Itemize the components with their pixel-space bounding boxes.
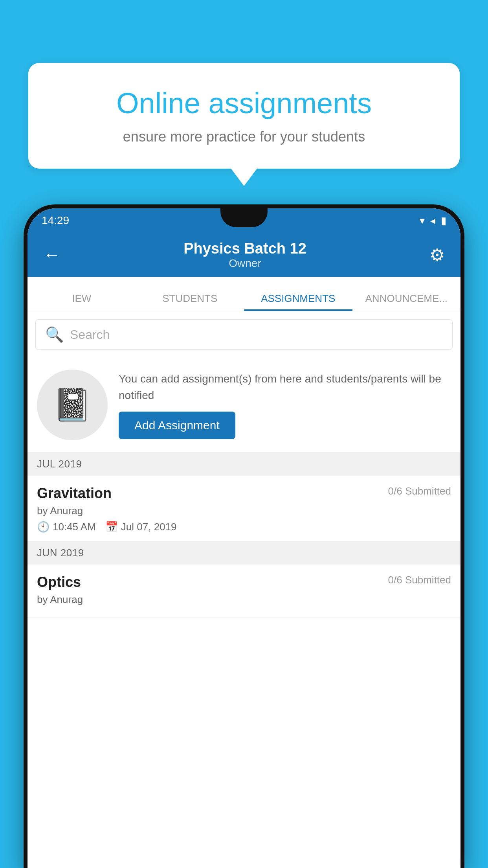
section-header-jul: JUL 2019 [28, 452, 460, 476]
phone-inner: 14:29 ▾ ◂ ▮ ← Physics Batch 12 Owner ⚙ I… [28, 208, 460, 868]
app-bar: ← Physics Batch 12 Owner ⚙ [28, 233, 460, 277]
status-time: 14:29 [42, 214, 69, 227]
section-header-jun: JUN 2019 [28, 541, 460, 565]
assignment-header-row-optics: Optics 0/6 Submitted [37, 574, 451, 590]
assignment-date: Jul 07, 2019 [121, 521, 177, 533]
meta-date: 📅 Jul 07, 2019 [105, 521, 177, 533]
tab-iew[interactable]: IEW [28, 292, 136, 311]
assignment-name-optics: Optics [37, 574, 81, 590]
empty-description: You can add assignment(s) from here and … [119, 371, 449, 404]
assignment-time: 10:45 AM [53, 521, 96, 533]
add-assignment-button[interactable]: Add Assignment [119, 412, 235, 439]
app-bar-title-group: Physics Batch 12 Owner [64, 240, 426, 270]
settings-icon[interactable]: ⚙ [426, 241, 449, 269]
tab-students[interactable]: STUDENTS [136, 292, 244, 311]
bubble-subtitle: ensure more practice for your students [56, 129, 432, 145]
signal-icon: ◂ [430, 215, 435, 227]
back-button[interactable]: ← [39, 241, 64, 268]
bubble-card: Online assignments ensure more practice … [28, 63, 460, 169]
empty-text-group: You can add assignment(s) from here and … [119, 371, 449, 439]
assignment-by: by Anurag [37, 505, 451, 517]
bubble-title: Online assignments [56, 86, 432, 120]
promo-bubble: Online assignments ensure more practice … [28, 63, 460, 169]
search-bar-container: 🔍 Search [28, 311, 460, 358]
app-bar-subtitle: Owner [64, 257, 426, 270]
screen-content: 🔍 Search 📓 You can add assignment(s) fro… [28, 311, 460, 868]
tab-bar: IEW STUDENTS ASSIGNMENTS ANNOUNCEME... [28, 277, 460, 311]
search-bar[interactable]: 🔍 Search [35, 319, 453, 350]
wifi-icon: ▾ [420, 215, 425, 227]
list-item[interactable]: Optics 0/6 Submitted by Anurag [28, 565, 460, 618]
search-placeholder: Search [70, 327, 110, 342]
app-bar-title: Physics Batch 12 [64, 240, 426, 257]
assignment-name: Gravitation [37, 485, 112, 502]
clock-icon: 🕙 [37, 521, 50, 533]
list-item[interactable]: Gravitation 0/6 Submitted by Anurag 🕙 10… [28, 476, 460, 541]
notebook-icon: 📓 [53, 386, 92, 423]
assignment-by-optics: by Anurag [37, 594, 451, 606]
assignment-submitted: 0/6 Submitted [388, 485, 451, 497]
tab-assignments[interactable]: ASSIGNMENTS [244, 292, 352, 311]
notch [220, 208, 268, 227]
assignment-header-row: Gravitation 0/6 Submitted [37, 485, 451, 502]
empty-icon-circle: 📓 [37, 370, 108, 440]
assignment-meta: 🕙 10:45 AM 📅 Jul 07, 2019 [37, 521, 451, 533]
phone-frame: 14:29 ▾ ◂ ▮ ← Physics Batch 12 Owner ⚙ I… [24, 204, 464, 868]
search-icon: 🔍 [45, 326, 64, 343]
tab-announcements[interactable]: ANNOUNCEME... [352, 292, 461, 311]
status-icons: ▾ ◂ ▮ [420, 215, 446, 227]
assignment-submitted-optics: 0/6 Submitted [388, 574, 451, 586]
meta-time: 🕙 10:45 AM [37, 521, 96, 533]
battery-icon: ▮ [441, 215, 446, 227]
empty-state: 📓 You can add assignment(s) from here an… [28, 358, 460, 452]
calendar-icon: 📅 [105, 521, 118, 533]
